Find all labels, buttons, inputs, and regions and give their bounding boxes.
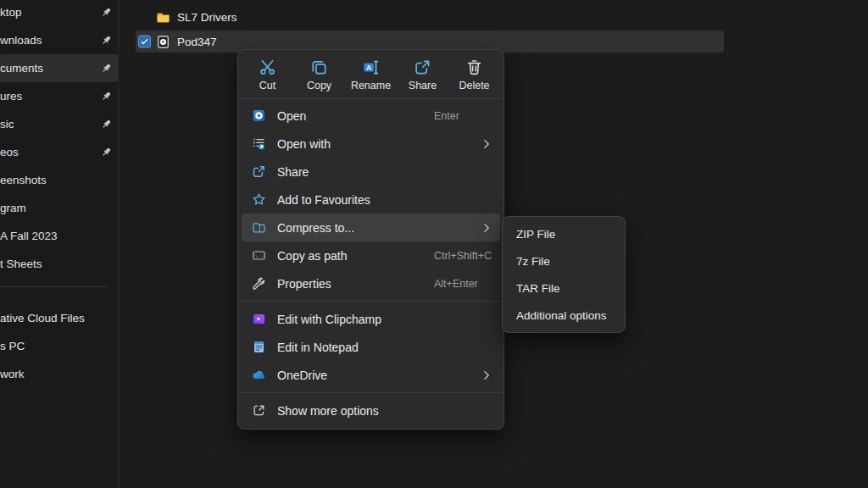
menu-item-label: Open with (277, 137, 331, 151)
menu-item-copy-as-path[interactable]: \..Copy as pathCtrl+Shift+C (242, 241, 500, 269)
star-icon (252, 192, 266, 207)
menu-item-label: Copy as path (277, 249, 348, 263)
menu-item-label: Open (277, 109, 306, 123)
submenu-item-tar-file[interactable]: TAR File (506, 274, 621, 302)
copy-button[interactable]: Copy (293, 57, 345, 93)
sidebar-item-label: gram (0, 202, 26, 214)
sidebar-item-label: eos (0, 146, 19, 158)
media-file-icon (156, 35, 170, 49)
menu-item-edit-with-clipchamp[interactable]: Edit with Clipchamp (242, 305, 500, 333)
file-name: SL7 Drivers (177, 11, 237, 24)
sidebar-item-label: ures (0, 90, 22, 103)
sidebar-item-ktop[interactable]: ktop (0, 0, 118, 26)
menu-item-share[interactable]: Share (242, 158, 500, 186)
sidebar-pinned-list: ktopwnloadscumentsuressiceoseenshotsgram… (0, 0, 118, 278)
share-button[interactable]: Share (397, 57, 448, 93)
copy-icon (310, 58, 328, 76)
wrench-icon (252, 276, 266, 291)
compress-to-submenu: ZIP File7z FileTAR FileAdditional option… (502, 216, 626, 333)
menu-item-add-to-favourites[interactable]: Add to Favourites (242, 186, 500, 214)
sidebar-item-label: wnloads (0, 34, 42, 47)
sidebar-item-label: ative Cloud Files (0, 312, 85, 324)
menu-item-compress-to[interactable]: Compress to... (242, 214, 500, 241)
check-icon (140, 37, 149, 47)
menu-item-label: Add to Favourites (277, 193, 370, 207)
folder-icon (156, 10, 170, 25)
quick-action-label: Copy (307, 80, 331, 92)
sidebar-item-eos[interactable]: eos (0, 138, 118, 166)
clipchamp-icon (252, 312, 266, 326)
cut-button[interactable]: Cut (242, 57, 293, 93)
navigation-sidebar: ktopwnloadscumentsuressiceoseenshotsgram… (0, 0, 119, 488)
svg-text:\..: \.. (255, 253, 264, 259)
context-menu: CutCopyARenameShareDelete OpenEnterOpen … (237, 49, 504, 430)
sidebar-item-label: cuments (0, 62, 43, 75)
media-play-icon (252, 108, 266, 123)
menu-item-properties[interactable]: PropertiesAlt+Enter (242, 269, 500, 297)
pin-icon (100, 118, 113, 130)
menu-divider (239, 392, 503, 393)
menu-item-label: OneDrive (277, 369, 327, 382)
file-list: SL7 DriversPod347 (136, 6, 724, 54)
menu-item-open[interactable]: OpenEnter (242, 102, 500, 130)
context-menu-quick-actions: CutCopyARenameShareDelete (238, 50, 504, 98)
sidebar-item-label: sic (0, 118, 14, 130)
sidebar-item-s-pc[interactable]: s PC (0, 332, 118, 360)
sidebar-item-ative-cloud-files[interactable]: ative Cloud Files (0, 304, 118, 332)
onedrive-cloud-icon (252, 368, 266, 382)
menu-item-onedrive[interactable]: OneDrive (242, 361, 500, 389)
pin-icon (100, 90, 113, 103)
sidebar-item-label: ktop (0, 6, 22, 19)
file-name: Pod347 (177, 36, 217, 48)
menu-item-label: Compress to... (277, 221, 354, 235)
sidebar-item-t-sheets[interactable]: t Sheets (0, 250, 118, 278)
trash-icon (465, 58, 483, 76)
sidebar-item-eenshots[interactable]: eenshots (0, 166, 118, 194)
submenu-item-label: TAR File (516, 282, 560, 295)
sidebar-item-wnloads[interactable]: wnloads (0, 26, 118, 54)
copy-path-icon: \.. (252, 248, 266, 263)
pin-icon (100, 62, 113, 75)
menu-item-shortcut: Alt+Enter (434, 278, 478, 290)
sidebar-item-ures[interactable]: ures (0, 82, 118, 110)
chevron-right-icon (481, 369, 492, 381)
sidebar-item-work[interactable]: work (0, 360, 118, 388)
notepad-icon (252, 340, 266, 354)
sidebar-item-a-fall-2023[interactable]: A Fall 2023 (0, 222, 118, 250)
menu-item-label: Properties (277, 277, 331, 291)
file-explorer-window: ktopwnloadscumentsuressiceoseenshotsgram… (0, 0, 868, 488)
menu-item-label: Edit in Notepad (277, 341, 359, 354)
rename-icon: A (362, 58, 380, 76)
quick-action-label: Cut (259, 80, 275, 92)
chevron-right-icon (481, 222, 492, 234)
pin-icon (100, 146, 113, 158)
svg-text:A: A (366, 64, 371, 72)
sidebar-item-label: work (0, 368, 25, 380)
menu-item-edit-in-notepad[interactable]: Edit in Notepad (242, 333, 500, 361)
zip-folder-icon (252, 220, 266, 235)
menu-item-shortcut: Ctrl+Shift+C (434, 250, 492, 262)
show-more-icon (252, 403, 266, 418)
menu-divider (239, 301, 503, 302)
sidebar-item-sic[interactable]: sic (0, 110, 118, 138)
sidebar-lower-list: ative Cloud Filess PCwork (0, 286, 118, 388)
submenu-item-additional-options[interactable]: Additional options (506, 302, 621, 329)
scissors-icon (259, 58, 276, 76)
pin-icon (100, 34, 113, 47)
menu-item-show-more-options[interactable]: Show more options (242, 396, 500, 424)
menu-item-label: Share (277, 165, 309, 179)
submenu-item-zip-file[interactable]: ZIP File (506, 220, 621, 247)
sidebar-item-label: s PC (0, 340, 25, 352)
quick-action-label: Delete (459, 80, 489, 92)
submenu-item-7z-file[interactable]: 7z File (506, 247, 621, 274)
menu-item-open-with[interactable]: Open with (242, 130, 500, 158)
file-row-sl7-drivers[interactable]: SL7 Drivers (136, 6, 724, 29)
rename-button[interactable]: ARename (345, 57, 397, 93)
sidebar-item-cuments[interactable]: cuments (0, 54, 118, 82)
delete-button[interactable]: Delete (448, 57, 500, 93)
pin-icon (100, 6, 113, 19)
open-with-icon (252, 136, 266, 151)
selected-checkbox[interactable] (138, 36, 151, 48)
sidebar-item-gram[interactable]: gram (0, 194, 118, 222)
quick-action-label: Rename (351, 80, 391, 92)
